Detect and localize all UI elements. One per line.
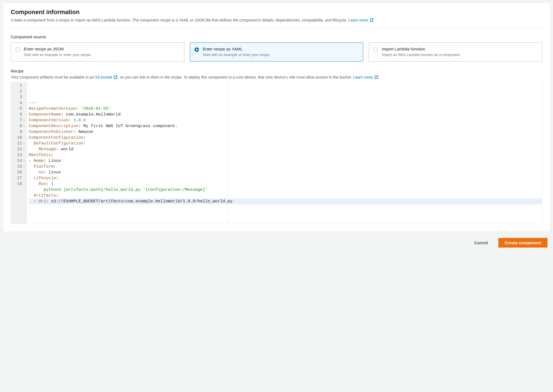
cancel-button[interactable]: Cancel: [468, 238, 494, 247]
panel-header: Component information Create a component…: [3, 3, 550, 28]
line-number: 6: [14, 112, 25, 117]
line-number: 17: [14, 175, 25, 181]
line-number: 14▾: [14, 158, 25, 164]
line-number: 7▾: [14, 117, 25, 123]
code-line[interactable]: ComponentVersion: 1.0.0: [29, 117, 542, 123]
code-line[interactable]: Platform:: [29, 164, 542, 170]
component-source-options: Enter recipe as JSONStart with an exampl…: [11, 42, 542, 61]
code-line[interactable]: Artifacts:: [29, 193, 542, 198]
code-line[interactable]: ComponentPublisher: Amazon: [29, 129, 542, 135]
line-number: 13: [14, 152, 25, 158]
radio-icon: [195, 47, 199, 52]
code-line[interactable]: Manifests:: [29, 152, 542, 158]
editor-gutter: 1234567▾8▾91011▾12▾1314▾15▾161718: [11, 82, 27, 224]
learn-more-link[interactable]: Learn more: [348, 18, 373, 22]
external-link-icon: [114, 75, 118, 79]
option-desc: Start with an example or enter your reci…: [24, 52, 180, 57]
component-info-panel: Component information Create a component…: [3, 3, 550, 232]
code-line[interactable]: Run: |: [29, 181, 542, 187]
code-line[interactable]: Lifecycle:: [29, 175, 542, 181]
external-link-icon: [370, 18, 374, 22]
recipe-helper-text: Your component artifacts must be availab…: [11, 74, 542, 80]
option-desc: Import an AWS Lambda function as a compo…: [382, 52, 538, 57]
line-number: 15▾: [14, 164, 25, 170]
line-number: 5: [14, 106, 25, 112]
line-number: 1: [14, 83, 25, 88]
line-number: 18: [14, 181, 25, 187]
line-number: 8▾: [14, 123, 25, 129]
panel-body: Component source Enter recipe as JSONSta…: [3, 28, 550, 232]
code-line[interactable]: ComponentDescription: My first AWS IoT G…: [29, 123, 542, 129]
component-source-label: Component source: [11, 34, 542, 39]
radio-icon: [15, 47, 20, 52]
code-line[interactable]: ComponentConfiguration:: [29, 135, 542, 141]
source-option-yaml[interactable]: Enter recipe as YAMLStart with an exampl…: [190, 42, 363, 61]
code-line[interactable]: - Name: Linux: [29, 158, 542, 164]
recipe-label: Recipe: [11, 69, 542, 73]
code-line[interactable]: DefaultConfiguration:: [29, 141, 542, 146]
code-line[interactable]: Message: world: [29, 146, 542, 152]
recipe-code-editor[interactable]: 1234567▾8▾91011▾12▾1314▾15▾161718 ---Rec…: [11, 82, 542, 224]
line-number: 10: [14, 135, 25, 141]
editor-column-guide: [227, 82, 228, 224]
line-number: 3: [14, 94, 25, 100]
code-line[interactable]: RecipeFormatVersion: '2020-01-25': [29, 106, 542, 112]
panel-title: Component information: [11, 9, 542, 16]
recipe-section: Recipe Your component artifacts must be …: [11, 69, 542, 224]
line-number: 16: [14, 170, 25, 175]
line-number: 4: [14, 100, 25, 106]
line-number: 12▾: [14, 146, 25, 152]
source-option-json[interactable]: Enter recipe as JSONStart with an exampl…: [11, 42, 184, 61]
code-line[interactable]: python3 {artifacts:path}/hello_world.py …: [29, 187, 542, 193]
option-title: Enter recipe as JSON: [24, 47, 180, 51]
code-line[interactable]: ---: [29, 100, 542, 106]
source-option-lambda[interactable]: Import Lambda functionImport an AWS Lamb…: [369, 42, 542, 61]
panel-description: Create a component from a recipe or impo…: [11, 17, 542, 23]
recipe-learn-more-link[interactable]: Learn more: [353, 75, 378, 79]
option-title: Enter recipe as YAML: [203, 47, 359, 51]
radio-icon: [373, 47, 378, 52]
option-desc: Start with an example or enter your reci…: [203, 52, 359, 57]
external-link-icon: [374, 75, 378, 79]
s3-bucket-link[interactable]: S3 bucket: [95, 75, 118, 79]
code-line[interactable]: os: linux: [29, 170, 542, 175]
editor-code-area[interactable]: ---RecipeFormatVersion: '2020-01-25'Comp…: [27, 82, 542, 224]
line-number: 2: [14, 88, 25, 94]
code-line[interactable]: ComponentName: com.example.HelloWorld: [29, 112, 542, 117]
line-number: 9: [14, 129, 25, 135]
line-number: 11▾: [14, 141, 25, 146]
footer-actions: Cancel Create component: [3, 232, 550, 251]
create-component-button[interactable]: Create component: [498, 238, 547, 248]
code-line[interactable]: - Uri: s3://EXAMPLE_BUCKET/artifacts/com…: [29, 198, 542, 204]
option-title: Import Lambda function: [382, 47, 538, 51]
